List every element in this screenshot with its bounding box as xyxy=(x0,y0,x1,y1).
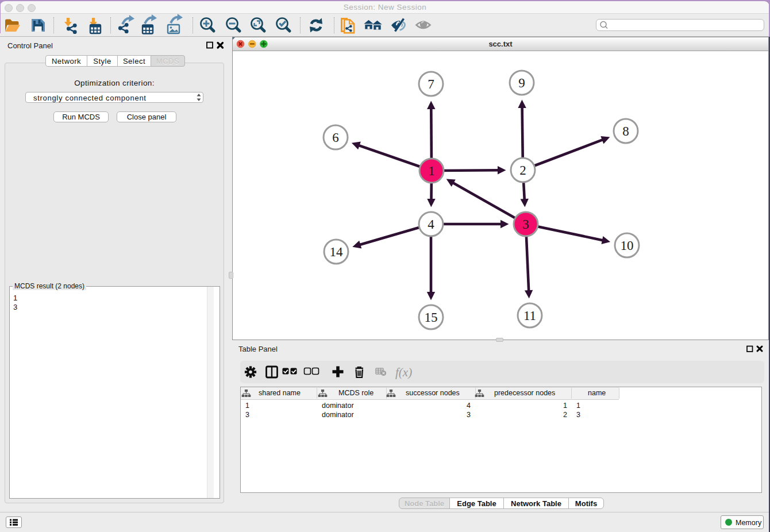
svg-text:15: 15 xyxy=(425,310,438,325)
svg-text:6: 6 xyxy=(332,130,339,145)
svg-text:11: 11 xyxy=(523,309,536,323)
svg-text:14: 14 xyxy=(330,245,344,259)
svg-text:9: 9 xyxy=(518,76,525,90)
svg-text:10: 10 xyxy=(621,238,634,253)
svg-text:1: 1 xyxy=(428,164,435,178)
svg-text:f(x): f(x) xyxy=(395,365,412,379)
svg-text:8: 8 xyxy=(622,124,629,138)
svg-text:3: 3 xyxy=(522,217,529,232)
svg-text:2: 2 xyxy=(519,163,526,178)
svg-text:4: 4 xyxy=(428,217,434,232)
svg-text:7: 7 xyxy=(428,77,434,91)
